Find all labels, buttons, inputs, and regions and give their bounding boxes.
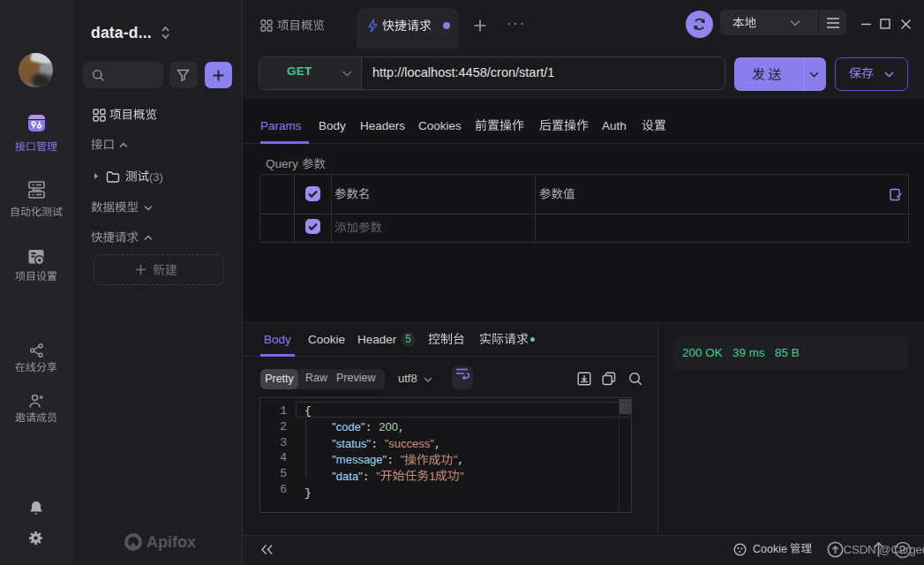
svg-text:R: R xyxy=(899,545,906,555)
